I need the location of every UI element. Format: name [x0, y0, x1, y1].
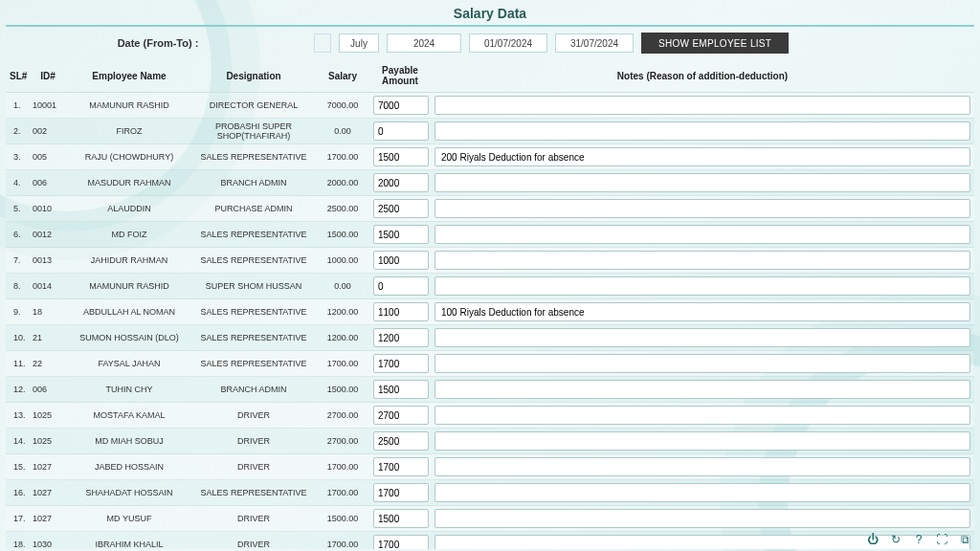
notes-input[interactable]	[434, 406, 970, 425]
cell-id: 21	[29, 325, 67, 351]
cell-salary: 1700.00	[316, 532, 369, 550]
cell-payable	[369, 325, 431, 351]
notes-input[interactable]	[434, 328, 970, 347]
cell-id: 0014	[29, 274, 67, 299]
filter-blank-input[interactable]	[314, 33, 331, 53]
cell-notes	[431, 480, 974, 506]
cell-id: 1027	[29, 480, 67, 506]
cell-sl: 6.	[6, 222, 29, 248]
table-row: 17.1027MD YUSUFDRIVER1500.00	[6, 506, 974, 532]
footer-icon-bar: ⏻ ↻ ? ⛶ ⧉	[865, 532, 972, 547]
cell-name: MAMUNUR RASHID	[67, 274, 191, 299]
cell-designation: SUPER SHOM HUSSAN	[191, 274, 316, 299]
cell-salary: 1500.00	[316, 377, 369, 403]
payable-input[interactable]	[373, 251, 429, 270]
cell-designation: DRIVER	[191, 429, 316, 454]
notes-input[interactable]	[434, 121, 970, 141]
expand-icon[interactable]: ⛶	[934, 532, 949, 547]
payable-input[interactable]	[373, 302, 429, 321]
cell-name: JABED HOSSAIN	[67, 454, 191, 480]
notes-input[interactable]	[434, 457, 970, 476]
cell-name: SUMON HOSSAIN (DLO)	[67, 325, 191, 351]
help-icon[interactable]: ?	[911, 532, 926, 547]
cell-name: MOSTAFA KAMAL	[67, 403, 191, 429]
payable-input[interactable]	[373, 406, 429, 425]
cell-notes	[431, 403, 974, 429]
notes-input[interactable]	[434, 225, 970, 244]
table-row: 2.002FIROZPROBASHI SUPER SHOP(THAFIRAH)0…	[6, 119, 974, 144]
cell-name: ALAUDDIN	[67, 196, 191, 222]
table-row: 12.006TUHIN CHYBRANCH ADMIN1500.00	[6, 377, 974, 403]
payable-input[interactable]	[373, 457, 429, 476]
notes-input[interactable]	[434, 483, 970, 502]
notes-input[interactable]	[434, 199, 970, 218]
col-desg: Designation	[191, 59, 316, 93]
notes-input[interactable]	[434, 147, 970, 166]
cell-notes	[431, 196, 974, 222]
date-from-input[interactable]	[469, 33, 547, 53]
cell-sl: 15.	[6, 454, 29, 480]
notes-input[interactable]	[434, 509, 970, 528]
payable-input[interactable]	[373, 225, 429, 244]
cell-name: SHAHADAT HOSSAIN	[67, 480, 191, 506]
payable-input[interactable]	[373, 276, 429, 296]
payable-input[interactable]	[373, 431, 429, 451]
payable-input[interactable]	[373, 354, 429, 373]
notes-input[interactable]	[434, 173, 970, 192]
cell-notes	[431, 429, 974, 454]
payable-input[interactable]	[373, 509, 429, 528]
date-to-input[interactable]	[555, 33, 634, 53]
cell-id: 0013	[29, 248, 67, 274]
col-name: Employee Name	[67, 59, 191, 93]
cell-designation: DIRECTOR GENERAL	[191, 93, 316, 119]
cell-designation: SALES REPRESENTATIVE	[191, 325, 316, 351]
cell-sl: 13.	[6, 403, 29, 429]
cell-id: 0012	[29, 222, 67, 248]
payable-input[interactable]	[373, 199, 429, 218]
table-row: 5.0010ALAUDDINPURCHASE ADMIN2500.00	[6, 196, 974, 222]
cell-id: 006	[29, 377, 67, 403]
cell-notes	[431, 93, 974, 119]
cell-notes	[431, 299, 974, 325]
payable-input[interactable]	[373, 483, 429, 502]
cell-sl: 17.	[6, 506, 29, 532]
cell-salary: 7000.00	[316, 93, 369, 119]
payable-input[interactable]	[373, 328, 429, 347]
table-row: 10.21SUMON HOSSAIN (DLO)SALES REPRESENTA…	[6, 325, 974, 351]
table-row: 6.0012MD FOIZSALES REPRESENTATIVE1500.00	[6, 222, 974, 248]
cell-payable	[369, 377, 431, 403]
payable-input[interactable]	[373, 535, 429, 549]
cell-payable	[369, 532, 431, 550]
year-input[interactable]	[387, 33, 461, 53]
cell-salary: 1000.00	[316, 248, 369, 274]
cell-notes	[431, 248, 974, 274]
notes-input[interactable]	[434, 276, 970, 296]
cell-sl: 1.	[6, 93, 29, 119]
popout-icon[interactable]: ⧉	[957, 532, 972, 547]
cell-sl: 5.	[6, 196, 29, 222]
cell-id: 1027	[29, 506, 67, 532]
cell-notes	[431, 170, 974, 196]
cell-sl: 7.	[6, 248, 29, 274]
month-input[interactable]	[339, 33, 379, 53]
payable-input[interactable]	[373, 121, 429, 141]
notes-input[interactable]	[434, 380, 970, 399]
power-icon[interactable]: ⏻	[865, 532, 880, 547]
payable-input[interactable]	[373, 380, 429, 399]
cell-sl: 3.	[6, 144, 29, 170]
show-employee-list-button[interactable]: SHOW EMPLOYEE LIST	[641, 33, 789, 54]
payable-input[interactable]	[373, 147, 429, 166]
table-row: 18.1030IBRAHIM KHALILDRIVER1700.00	[6, 532, 974, 550]
payable-input[interactable]	[373, 96, 429, 115]
cell-name: MD YUSUF	[67, 506, 191, 532]
cell-designation: SALES REPRESENTATIVE	[191, 480, 316, 506]
payable-input[interactable]	[373, 173, 429, 192]
notes-input[interactable]	[434, 354, 970, 373]
notes-input[interactable]	[434, 251, 970, 270]
notes-input[interactable]	[434, 302, 970, 321]
notes-input[interactable]	[434, 96, 970, 115]
sync-icon[interactable]: ↻	[888, 532, 903, 547]
notes-input[interactable]	[434, 431, 970, 451]
cell-designation: BRANCH ADMIN	[191, 377, 316, 403]
cell-name: FIROZ	[67, 119, 191, 144]
